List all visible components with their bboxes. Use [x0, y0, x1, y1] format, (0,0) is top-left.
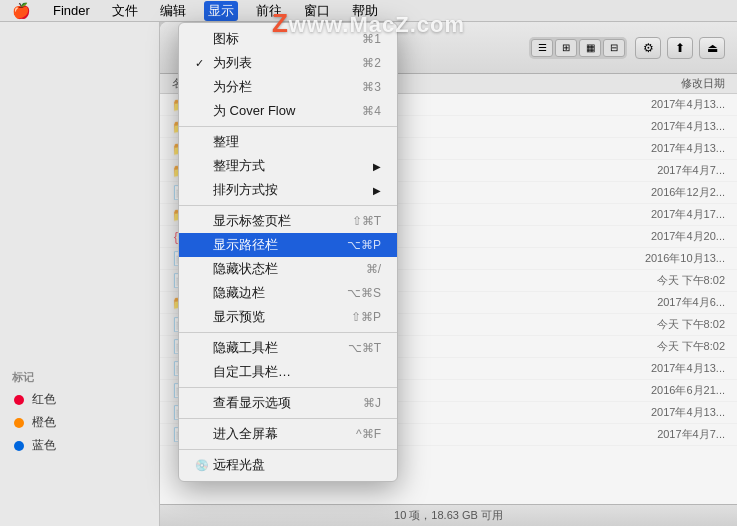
menu-item-label: 显示预览: [213, 308, 343, 326]
file-date: 今天 下午8:02: [595, 317, 725, 332]
coverflow-view-btn[interactable]: ⊟: [603, 39, 625, 57]
menu-item-label: 隐藏状态栏: [213, 260, 358, 278]
menu-item-column-view[interactable]: 为分栏 ⌘3: [179, 75, 397, 99]
sidebar-item-red[interactable]: 红色: [0, 388, 159, 411]
action-btn[interactable]: ⚙: [635, 37, 661, 59]
menu-item-label: 自定工具栏…: [213, 363, 381, 381]
menu-item-hide-sidebar[interactable]: 隐藏边栏 ⌥⌘S: [179, 281, 397, 305]
menu-shortcut: ⌘4: [362, 104, 381, 118]
view-menu[interactable]: 显示: [204, 1, 238, 21]
menu-item-remote-disk[interactable]: 💿 远程光盘: [179, 453, 397, 477]
file-date: 2017年4月13...: [595, 119, 725, 134]
menu-shortcut: ⇧⌘T: [352, 214, 381, 228]
file-date: 2017年4月7...: [595, 427, 725, 442]
menu-item-label: 为 Cover Flow: [213, 102, 354, 120]
file-date: 2017年4月13...: [595, 141, 725, 156]
icon-view-btn[interactable]: ⊞: [555, 39, 577, 57]
menu-item-show-path[interactable]: 显示路径栏 ⌥⌘P: [179, 233, 397, 257]
file-date: 2017年4月20...: [595, 229, 725, 244]
toolbar-actions: ⚙ ⬆ ⏏: [635, 37, 725, 59]
file-date: 2017年4月6...: [595, 295, 725, 310]
menu-shortcut: ⌘2: [362, 56, 381, 70]
red-tag-label: 红色: [32, 391, 56, 408]
orange-tag-icon: [12, 416, 26, 430]
file-date: 2017年4月13...: [595, 405, 725, 420]
menu-shortcut: ⌥⌘P: [347, 238, 381, 252]
view-dropdown-menu: 图标 ⌘1 ✓ 为列表 ⌘2 为分栏 ⌘3 为 Cover Flow ⌘4 整理…: [178, 22, 398, 482]
edit-menu[interactable]: 编辑: [156, 1, 190, 21]
help-menu[interactable]: 帮助: [348, 1, 382, 21]
menu-separator: [179, 332, 397, 333]
menu-shortcut: ^⌘F: [356, 427, 381, 441]
menu-item-list-view[interactable]: ✓ 为列表 ⌘2: [179, 51, 397, 75]
blue-tag-label: 蓝色: [32, 437, 56, 454]
menu-shortcut: ⌘3: [362, 80, 381, 94]
submenu-arrow-icon: ▶: [373, 161, 381, 172]
menu-item-label: 整理方式: [213, 157, 369, 175]
menu-separator: [179, 126, 397, 127]
red-tag-icon: [12, 393, 26, 407]
menu-item-show-tabs[interactable]: 显示标签页栏 ⇧⌘T: [179, 209, 397, 233]
list-view-btn[interactable]: ☰: [531, 39, 553, 57]
view-buttons: ☰ ⊞ ▦ ⊟: [529, 37, 627, 59]
menu-item-label: 查看显示选项: [213, 394, 355, 412]
menu-item-label: 显示路径栏: [213, 236, 339, 254]
eject-btn[interactable]: ⏏: [699, 37, 725, 59]
menu-shortcut: ⌘1: [362, 32, 381, 46]
go-menu[interactable]: 前往: [252, 1, 286, 21]
file-date: 2017年4月7...: [595, 163, 725, 178]
menu-item-label: 隐藏边栏: [213, 284, 339, 302]
menu-check-icon: 💿: [195, 459, 209, 472]
file-date: 2017年4月13...: [595, 97, 725, 112]
file-menu[interactable]: 文件: [108, 1, 142, 21]
menu-item-icon-view[interactable]: 图标 ⌘1: [179, 27, 397, 51]
file-date: 2016年12月2...: [595, 185, 725, 200]
file-date: 2017年4月13...: [595, 361, 725, 376]
menu-item-arrange[interactable]: 整理: [179, 130, 397, 154]
window-menu[interactable]: 窗口: [300, 1, 334, 21]
menu-item-view-options[interactable]: 查看显示选项 ⌘J: [179, 391, 397, 415]
menu-separator: [179, 449, 397, 450]
menu-item-fullscreen[interactable]: 进入全屏幕 ^⌘F: [179, 422, 397, 446]
column-view-btn[interactable]: ▦: [579, 39, 601, 57]
finder-menu[interactable]: Finder: [49, 2, 94, 19]
menu-separator: [179, 387, 397, 388]
date-column-header[interactable]: 修改日期: [595, 76, 725, 91]
menu-item-label: 整理: [213, 133, 381, 151]
file-date: 2016年6月21...: [595, 383, 725, 398]
menu-item-label: 进入全屏幕: [213, 425, 348, 443]
menu-shortcut: ⇧⌘P: [351, 310, 381, 324]
finder-status-bar: 10 项，18.63 GB 可用: [160, 504, 737, 526]
menu-item-sort-by[interactable]: 排列方式按 ▶: [179, 178, 397, 202]
file-date: 今天 下午8:02: [595, 273, 725, 288]
menu-shortcut: ⌥⌘T: [348, 341, 381, 355]
sidebar-item-orange[interactable]: 橙色: [0, 411, 159, 434]
sidebar-item-blue[interactable]: 蓝色: [0, 434, 159, 457]
orange-tag-label: 橙色: [32, 414, 56, 431]
status-text: 10 项，18.63 GB 可用: [394, 508, 503, 523]
file-date: 今天 下午8:02: [595, 339, 725, 354]
sidebar: 标记 红色 橙色 蓝色: [0, 22, 160, 526]
submenu-arrow-icon: ▶: [373, 185, 381, 196]
menu-separator: [179, 205, 397, 206]
menu-item-label: 为列表: [213, 54, 354, 72]
menu-item-arrange-by[interactable]: 整理方式 ▶: [179, 154, 397, 178]
menu-item-hide-toolbar[interactable]: 隐藏工具栏 ⌥⌘T: [179, 336, 397, 360]
apple-menu[interactable]: 🍎: [8, 1, 35, 21]
share-btn[interactable]: ⬆: [667, 37, 693, 59]
menu-item-label: 排列方式按: [213, 181, 369, 199]
menu-item-coverflow-view[interactable]: 为 Cover Flow ⌘4: [179, 99, 397, 123]
menu-shortcut: ⌘J: [363, 396, 381, 410]
menu-item-label: 远程光盘: [213, 456, 381, 474]
blue-tag-icon: [12, 439, 26, 453]
menu-shortcut: ⌥⌘S: [347, 286, 381, 300]
menu-item-label: 图标: [213, 30, 354, 48]
menu-bar: 🍎 Finder 文件 编辑 显示 前往 窗口 帮助: [0, 0, 737, 22]
menu-item-label: 显示标签页栏: [213, 212, 344, 230]
menu-item-hide-status[interactable]: 隐藏状态栏 ⌘/: [179, 257, 397, 281]
menu-item-show-preview[interactable]: 显示预览 ⇧⌘P: [179, 305, 397, 329]
menu-shortcut: ⌘/: [366, 262, 381, 276]
menu-item-customize-toolbar[interactable]: 自定工具栏…: [179, 360, 397, 384]
file-date: 2017年4月17...: [595, 207, 725, 222]
menu-item-label: 隐藏工具栏: [213, 339, 340, 357]
